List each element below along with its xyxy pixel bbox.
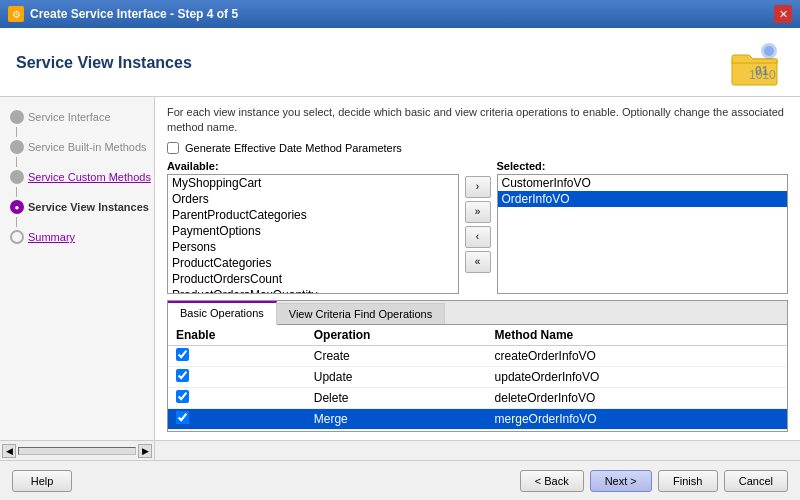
row-enable[interactable]: [168, 345, 306, 366]
available-label: Available:: [167, 160, 459, 172]
move-all-right-button[interactable]: »: [465, 201, 491, 223]
col-enable: Enable: [168, 325, 306, 346]
back-button[interactable]: < Back: [520, 470, 584, 492]
nav-circle-5: [10, 230, 24, 244]
footer: Help < Back Next > Finish Cancel: [0, 460, 800, 500]
bottom-scroll-area: ◀ ▶: [0, 440, 800, 460]
selected-list[interactable]: CustomerInfoVO OrderInfoVO: [497, 174, 789, 294]
selected-label: Selected:: [497, 160, 789, 172]
row-enable[interactable]: [168, 366, 306, 387]
sidebar-item-custom[interactable]: Service Custom Methods: [28, 171, 151, 183]
enable-checkbox[interactable]: [176, 348, 189, 361]
main-container: Service View Instances 01 1010 Service I…: [0, 28, 800, 500]
row-operation: Create: [306, 345, 487, 366]
nav-circle-1: [10, 110, 24, 124]
list-item[interactable]: ParentProductCategories: [168, 207, 458, 223]
list-item[interactable]: ProductOrdersMaxQuantity: [168, 287, 458, 294]
col-operation: Operation: [306, 325, 487, 346]
title-bar-text: Create Service Interface - Step 4 of 5: [30, 7, 238, 21]
row-operation: GetByKey: [306, 429, 487, 431]
list-item[interactable]: OrderInfoVO: [498, 191, 788, 207]
enable-checkbox[interactable]: [176, 369, 189, 382]
row-enable[interactable]: [168, 387, 306, 408]
footer-right: < Back Next > Finish Cancel: [520, 470, 788, 492]
scroll-track[interactable]: [18, 447, 136, 455]
header: Service View Instances 01 1010: [0, 28, 800, 97]
title-bar: ⚙ Create Service Interface - Step 4 of 5…: [0, 0, 800, 28]
header-icon: 01 1010: [724, 38, 784, 88]
list-item[interactable]: ProductOrdersCount: [168, 271, 458, 287]
right-content: For each view instance you select, decid…: [155, 97, 800, 440]
list-item[interactable]: ProductCategories: [168, 255, 458, 271]
svg-text:1010: 1010: [749, 68, 776, 82]
operations-table-scroll[interactable]: Enable Operation Method Name Create crea…: [168, 325, 787, 431]
tab-basic-operations[interactable]: Basic Operations: [168, 301, 277, 325]
nav-circle-2: [10, 140, 24, 154]
row-method: updateOrderInfoVO: [487, 366, 787, 387]
left-nav: Service Interface Service Built-in Metho…: [0, 97, 155, 440]
selected-panel: Selected: CustomerInfoVO OrderInfoVO: [497, 160, 789, 294]
row-method: createOrderInfoVO: [487, 345, 787, 366]
available-panel: Available: MyShoppingCart Orders ParentP…: [167, 160, 459, 294]
finish-button[interactable]: Finish: [658, 470, 718, 492]
sidebar-item-builtin: Service Built-in Methods: [28, 141, 147, 153]
nav-circle-4: ●: [10, 200, 24, 214]
operations-area: Basic Operations View Criteria Find Oper…: [167, 300, 788, 432]
row-method: [487, 429, 787, 431]
scroll-right-button[interactable]: ▶: [138, 444, 152, 458]
left-scroll: ◀ ▶: [0, 441, 155, 460]
scroll-left-button[interactable]: ◀: [2, 444, 16, 458]
table-row: Create createOrderInfoVO: [168, 345, 787, 366]
arrow-buttons: › » ‹ «: [465, 160, 491, 273]
page-title: Service View Instances: [16, 54, 192, 72]
row-operation: Delete: [306, 387, 487, 408]
nav-circle-3: [10, 170, 24, 184]
row-method: deleteOrderInfoVO: [487, 387, 787, 408]
next-button[interactable]: Next >: [590, 470, 652, 492]
list-item[interactable]: Orders: [168, 191, 458, 207]
list-item[interactable]: Persons: [168, 239, 458, 255]
generate-date-label: Generate Effective Date Method Parameter…: [185, 142, 402, 154]
tabs-row: Basic Operations View Criteria Find Oper…: [168, 301, 787, 325]
row-enable[interactable]: [168, 429, 306, 431]
enable-checkbox[interactable]: [176, 411, 189, 424]
list-item[interactable]: MyShoppingCart: [168, 175, 458, 191]
svg-point-4: [764, 46, 774, 56]
col-method-name: Method Name: [487, 325, 787, 346]
sidebar-item-summary[interactable]: Summary: [28, 231, 75, 243]
help-button[interactable]: Help: [12, 470, 72, 492]
title-bar-left: ⚙ Create Service Interface - Step 4 of 5: [8, 6, 238, 22]
table-row: GetByKey: [168, 429, 787, 431]
content-area: Service Interface Service Built-in Metho…: [0, 97, 800, 440]
description-text: For each view instance you select, decid…: [167, 105, 788, 136]
panels-row: Available: MyShoppingCart Orders ParentP…: [167, 160, 788, 294]
list-item[interactable]: CustomerInfoVO: [498, 175, 788, 191]
sidebar-item-service-interface: Service Interface: [28, 111, 111, 123]
table-row-highlighted[interactable]: Merge mergeOrderInfoVO: [168, 408, 787, 429]
list-item[interactable]: PaymentOptions: [168, 223, 458, 239]
move-right-button[interactable]: ›: [465, 176, 491, 198]
generate-date-checkbox[interactable]: [167, 142, 179, 154]
close-button[interactable]: ✕: [774, 5, 792, 23]
row-operation: Merge: [306, 408, 487, 429]
tab-view-criteria[interactable]: View Criteria Find Operations: [277, 303, 445, 324]
row-method: mergeOrderInfoVO: [487, 408, 787, 429]
move-all-left-button[interactable]: «: [465, 251, 491, 273]
operations-table: Enable Operation Method Name Create crea…: [168, 325, 787, 431]
app-icon: ⚙: [8, 6, 24, 22]
row-operation: Update: [306, 366, 487, 387]
table-row: Update updateOrderInfoVO: [168, 366, 787, 387]
generate-date-params-row: Generate Effective Date Method Parameter…: [167, 142, 788, 154]
cancel-button[interactable]: Cancel: [724, 470, 788, 492]
row-enable[interactable]: [168, 408, 306, 429]
move-left-button[interactable]: ‹: [465, 226, 491, 248]
table-row: Delete deleteOrderInfoVO: [168, 387, 787, 408]
sidebar-item-view-instances: Service View Instances: [28, 201, 149, 213]
available-list[interactable]: MyShoppingCart Orders ParentProductCateg…: [167, 174, 459, 294]
enable-checkbox[interactable]: [176, 390, 189, 403]
